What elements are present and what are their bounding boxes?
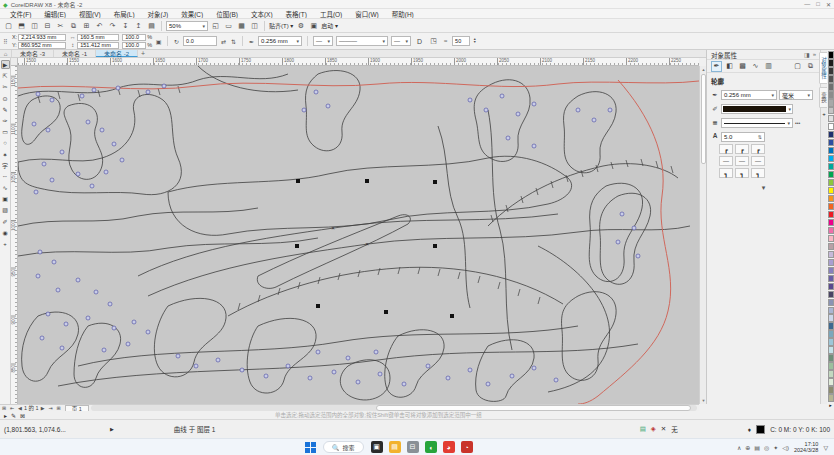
miter-limit-field[interactable]: 5.0⇅: [721, 132, 765, 142]
taskbar-clock[interactable]: 17:10 2024/3/28: [794, 441, 818, 453]
palette-color-23[interactable]: [828, 235, 834, 243]
eyedropper-tool[interactable]: ✐: [1, 217, 10, 226]
maximize-button[interactable]: □: [816, 1, 820, 8]
show-rulers-icon[interactable]: ▭: [223, 20, 234, 31]
palette-color-16[interactable]: [828, 179, 834, 187]
palette-color-35[interactable]: [828, 330, 834, 338]
red-browser-icon[interactable]: ◕: [443, 441, 455, 453]
palette-color-36[interactable]: [828, 338, 834, 346]
palette-color-39[interactable]: [828, 362, 834, 370]
palette-color-37[interactable]: [828, 346, 834, 354]
palette-color-2[interactable]: [828, 67, 834, 75]
show-guidelines-icon[interactable]: ◫: [249, 20, 260, 31]
palette-color-30[interactable]: [828, 291, 834, 299]
object-width-field[interactable]: 160.5 mm: [77, 34, 119, 41]
palette-flyout-icon[interactable]: ▸: [829, 402, 832, 408]
curve-tab-icon[interactable]: ∿: [750, 61, 761, 72]
menu-item-8[interactable]: 表格(T): [280, 9, 313, 19]
frame2-tab-icon[interactable]: ⧉: [805, 61, 816, 72]
palette-color-32[interactable]: [828, 307, 834, 315]
palette-color-9[interactable]: [828, 123, 834, 131]
pick-tool[interactable]: ▶: [1, 60, 10, 69]
transparency-tab-icon[interactable]: ▩: [737, 61, 748, 72]
palette-color-43[interactable]: [828, 394, 834, 402]
menu-item-11[interactable]: 帮助(H): [386, 9, 420, 19]
palette-color-41[interactable]: [828, 378, 834, 386]
palette-color-24[interactable]: [828, 243, 834, 251]
summary-tab-icon[interactable]: ▥: [763, 61, 774, 72]
smooth-spinner[interactable]: ▲▼: [473, 38, 476, 44]
palette-color-27[interactable]: [828, 267, 834, 275]
transparency-tool[interactable]: ▨: [1, 205, 10, 214]
tray-icon-5[interactable]: ◁): [782, 444, 789, 451]
mirror-vertical-icon[interactable]: ⇅: [230, 38, 237, 45]
snap-dropdown[interactable]: 贴齐(T) ▾: [269, 21, 293, 30]
connector-tool[interactable]: ∿: [1, 183, 10, 192]
palette-color-33[interactable]: [828, 314, 834, 322]
open-icon[interactable]: ⬒: [16, 20, 27, 31]
rotation-field[interactable]: 0.0: [183, 36, 217, 46]
cut-icon[interactable]: ✂: [55, 20, 66, 31]
rectangle-tool[interactable]: ▭: [1, 127, 10, 136]
outline-color-combo[interactable]: ▾: [721, 104, 793, 114]
docker-collapse-icon[interactable]: »: [813, 51, 816, 58]
palette-color-10[interactable]: [828, 131, 834, 139]
menu-item-9[interactable]: 工具(O): [314, 9, 348, 19]
palette-color-20[interactable]: [828, 211, 834, 219]
palette-color-15[interactable]: [828, 171, 834, 179]
tray-icon-2[interactable]: ▤: [754, 444, 760, 451]
scale-v-field[interactable]: 100.0: [122, 42, 146, 49]
green-browser-icon[interactable]: ◖: [425, 441, 437, 453]
menu-item-2[interactable]: 视图(V): [73, 9, 107, 19]
minimize-button[interactable]: —: [804, 1, 810, 8]
y-position-field[interactable]: 860.952 mm: [18, 42, 66, 49]
outline-position-button-0[interactable]: ┓: [719, 168, 733, 178]
menu-item-0[interactable]: 文件(F): [4, 9, 37, 19]
outline-position-button-1[interactable]: ┓: [735, 168, 749, 178]
palette-color-4[interactable]: [828, 83, 834, 91]
horizontal-ruler[interactable]: 1500155016001650170017501800185019001950…: [18, 58, 699, 66]
corner-icon[interactable]: ◳: [428, 36, 439, 47]
printer-app-icon[interactable]: ⊟: [407, 441, 419, 453]
palette-color-19[interactable]: [828, 203, 834, 211]
document-tab-1[interactable]: 未命名 -1: [54, 50, 96, 57]
vertical-scrollbar[interactable]: ▲ ▼: [699, 66, 706, 404]
palette-color-31[interactable]: [828, 299, 834, 307]
polygon-tool[interactable]: ✶: [1, 150, 10, 159]
tray-icon-4[interactable]: ✦: [773, 444, 778, 451]
artistic-media-tool[interactable]: ✑: [1, 116, 10, 125]
line-cap-button-0[interactable]: —: [719, 156, 733, 166]
corner-style-button-1[interactable]: ┏: [735, 144, 749, 154]
palette-color-25[interactable]: [828, 251, 834, 259]
shape-tool[interactable]: ⇱: [1, 71, 10, 80]
palette-color-29[interactable]: [828, 283, 834, 291]
fullscreen-preview-icon[interactable]: ◱: [210, 20, 221, 31]
palette-color-14[interactable]: [828, 163, 834, 171]
taskbar-search[interactable]: 🔍 搜索: [323, 441, 364, 453]
docker-pin-icon[interactable]: ◨: [804, 51, 810, 58]
options-icon[interactable]: ⚙: [295, 20, 306, 31]
redo-icon[interactable]: ↷: [107, 20, 118, 31]
palette-color-26[interactable]: [828, 259, 834, 267]
crop-tool[interactable]: ✂: [1, 82, 10, 91]
palette-color-22[interactable]: [828, 227, 834, 235]
palette-color-1[interactable]: [828, 59, 834, 67]
corner-style-button-2[interactable]: ┏: [751, 144, 765, 154]
add-docker-tab-button[interactable]: +: [822, 111, 826, 117]
scale-h-field[interactable]: 100.0: [122, 34, 146, 41]
drawing-canvas[interactable]: ××: [18, 66, 699, 404]
welcome-screen-icon[interactable]: ⌂: [0, 50, 12, 57]
ellipse-tool[interactable]: ○: [1, 138, 10, 147]
x-position-field[interactable]: 2,214.933 mm: [18, 34, 66, 41]
start-button[interactable]: [305, 442, 316, 453]
outline-position-button-2[interactable]: ┓: [751, 168, 765, 178]
launch-dropdown[interactable]: 启动 ▾: [321, 21, 338, 30]
dimension-tool[interactable]: ⇔: [1, 172, 10, 181]
new-document-tab-button[interactable]: +: [138, 50, 148, 57]
outline-width-combo[interactable]: 0.256 mm▾: [258, 36, 302, 46]
palette-color-8[interactable]: [828, 115, 834, 123]
print-icon[interactable]: ⊟: [42, 20, 53, 31]
copy-icon[interactable]: ⧉: [68, 20, 79, 31]
lock-ratio-icon[interactable]: ▣: [155, 38, 162, 45]
palette-color-12[interactable]: [828, 147, 834, 155]
